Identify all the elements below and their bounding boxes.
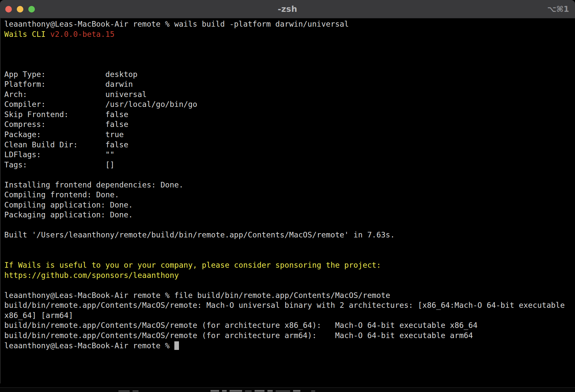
terminal-line — [4, 170, 572, 180]
terminal-text: Compress: false — [4, 120, 128, 129]
traffic-lights — [5, 0, 35, 18]
titlebar[interactable]: -zsh ⌥⌘1 — [0, 0, 575, 18]
terminal-line: Compiler: /usr/local/go/bin/go — [4, 99, 572, 110]
terminal-line: build/bin/remote.app/Contents/MacOS/remo… — [4, 320, 572, 331]
terminal-text: LDFlags: "" — [4, 150, 114, 159]
terminal-line: build/bin/remote.app/Contents/MacOS/remo… — [4, 331, 572, 341]
terminal-line: Wails CLI v2.0.0-beta.15 — [4, 29, 572, 39]
terminal-text: Installing frontend dependencies: Done. — [4, 181, 184, 189]
terminal-line: x86_64] [arm64] — [4, 310, 572, 321]
terminal-line: Tags: [] — [4, 160, 572, 170]
background-window-fragment — [118, 389, 315, 392]
terminal-line — [4, 49, 572, 60]
terminal-text: v2.0.0-beta.15 — [50, 30, 115, 38]
terminal-text: Compiling application: Done. — [4, 201, 133, 209]
terminal-text: Built '/Users/leaanthony/remote/build/bi… — [4, 231, 395, 239]
terminal-line: Built '/Users/leaanthony/remote/build/bi… — [4, 230, 572, 240]
terminal-text: App Type: desktop — [4, 70, 138, 79]
terminal-text: Clean Build Dir: false — [4, 140, 128, 149]
terminal-text: x86_64] [arm64] — [4, 311, 73, 320]
terminal-text: Packaging application: Done. — [4, 210, 133, 219]
terminal-line — [4, 220, 572, 230]
terminal-line — [4, 250, 572, 260]
terminal-line: Arch: universal — [4, 89, 572, 100]
terminal-line — [4, 39, 572, 49]
window-shortcut-badge: ⌥⌘1 — [547, 0, 569, 18]
terminal-text: leaanthony@Leas-MacBook-Air remote % fil… — [4, 291, 390, 300]
zoom-button[interactable] — [28, 6, 35, 12]
terminal-line: build/bin/remote.app/Contents/MacOS/remo… — [4, 300, 572, 310]
terminal-line: Compress: false — [4, 119, 572, 130]
terminal-text: Compiler: /usr/local/go/bin/go — [4, 100, 197, 109]
terminal-line: Compiling frontend: Done. — [4, 190, 572, 200]
terminal-text: Wails CLI — [4, 30, 50, 38]
terminal-line: Package: true — [4, 130, 572, 140]
terminal-text: Platform: darwin — [4, 80, 133, 88]
terminal-text: Tags: [] — [4, 160, 114, 169]
terminal-line — [4, 240, 572, 250]
terminal-text: leaanthony@Leas-MacBook-Air remote % — [4, 341, 174, 350]
terminal-text: If Wails is useful to you or your compan… — [4, 261, 381, 269]
text-cursor — [174, 341, 179, 350]
close-button[interactable] — [5, 6, 12, 12]
terminal-line: leaanthony@Leas-MacBook-Air remote % wai… — [4, 19, 572, 29]
terminal-line: leaanthony@Leas-MacBook-Air remote % — [4, 341, 572, 351]
terminal-text: build/bin/remote.app/Contents/MacOS/remo… — [4, 331, 473, 340]
terminal-text: https://github.com/sponsors/leaanthony — [4, 271, 179, 280]
terminal-line: leaanthony@Leas-MacBook-Air remote % fil… — [4, 290, 572, 301]
terminal-line: Clean Build Dir: false — [4, 140, 572, 150]
terminal-text: leaanthony@Leas-MacBook-Air remote % wai… — [4, 20, 349, 28]
terminal-text: Package: true — [4, 130, 124, 139]
terminal-window: -zsh ⌥⌘1 leaanthony@Leas-MacBook-Air rem… — [0, 0, 575, 388]
terminal-text: Skip Frontend: false — [4, 110, 128, 119]
terminal-line: If Wails is useful to you or your compan… — [4, 260, 572, 270]
terminal-line: Skip Frontend: false — [4, 110, 572, 120]
terminal-line: https://github.com/sponsors/leaanthony — [4, 270, 572, 281]
terminal-line — [4, 59, 572, 69]
terminal-line — [4, 280, 572, 290]
minimize-button[interactable] — [17, 6, 23, 12]
terminal-line: Platform: darwin — [4, 79, 572, 89]
terminal-line: App Type: desktop — [4, 69, 572, 80]
window-title: -zsh — [0, 4, 575, 14]
terminal-line: Packaging application: Done. — [4, 210, 572, 220]
desktop: -zsh ⌥⌘1 leaanthony@Leas-MacBook-Air rem… — [0, 0, 575, 392]
terminal-text: Compiling frontend: Done. — [4, 190, 119, 199]
terminal-text: build/bin/remote.app/Contents/MacOS/remo… — [4, 321, 478, 330]
terminal-text: Arch: universal — [4, 90, 147, 99]
background-window-sliver — [0, 387, 575, 392]
terminal-line: LDFlags: "" — [4, 150, 572, 160]
terminal-screen[interactable]: leaanthony@Leas-MacBook-Air remote % wai… — [0, 18, 575, 383]
terminal-line: Installing frontend dependencies: Done. — [4, 180, 572, 190]
terminal-line: Compiling application: Done. — [4, 200, 572, 210]
terminal-text: build/bin/remote.app/Contents/MacOS/remo… — [4, 301, 565, 309]
